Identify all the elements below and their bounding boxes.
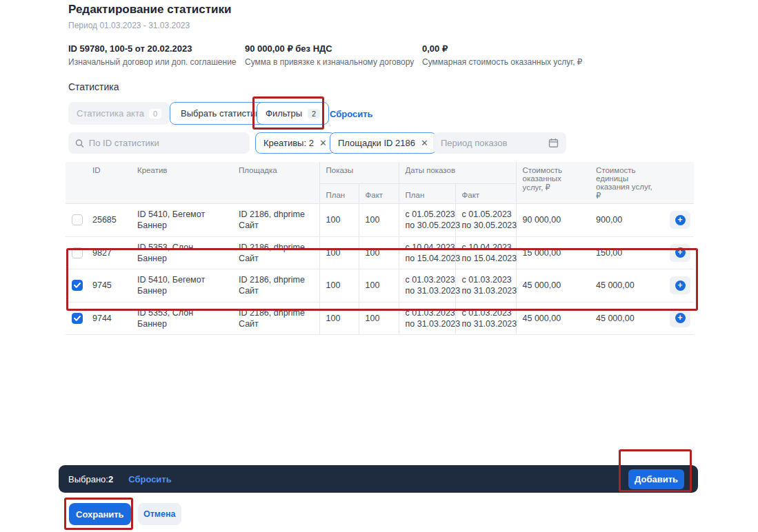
cell-creative: ID 5410, БегемотБаннер [131, 204, 232, 237]
act-statistics-label: Статистика акта [77, 108, 144, 119]
services-sum-value: 0,00 ₽ [422, 43, 582, 54]
cell-creative: ID 5353, СлонБаннер [131, 236, 232, 269]
page-title: Редактирование статистики [68, 3, 231, 17]
save-button[interactable]: Сохранить [69, 503, 131, 525]
filter-chip-creatives[interactable]: Креативы: 2 ✕ [255, 132, 335, 154]
page-period: Период 01.03.2023 - 31.03.2023 [68, 21, 190, 30]
cell-id: 25685 [86, 204, 131, 237]
cell-shows-plan: 100 [319, 236, 359, 269]
close-icon[interactable]: ✕ [319, 138, 327, 148]
header-shows-plan: План [319, 183, 359, 203]
contract-id-label: Изначальный договор или доп. соглашение [68, 57, 237, 67]
selected-label: Выбрано:2 [68, 474, 113, 484]
cell-dates-fact: с 01.03.2023по 31.03.2023 [455, 269, 516, 303]
reset-filters-link[interactable]: Сбросить [330, 109, 373, 119]
cell-platform: ID 2186, dhprimeСайт [232, 236, 319, 269]
close-icon[interactable]: ✕ [421, 138, 428, 148]
plus-icon: + [675, 247, 686, 258]
period-filter-placeholder: Период показов [441, 138, 507, 148]
row-add-button[interactable]: + [670, 309, 690, 327]
row-checkbox[interactable] [72, 214, 83, 225]
cell-id: 9744 [86, 302, 131, 335]
header-unit-cost: Стоимость единицы оказания услуг, ₽ [590, 162, 664, 204]
table-row: 25685 ID 5410, БегемотБаннер ID 2186, dh… [66, 204, 694, 237]
filters-button[interactable]: Фильтры 2 [257, 102, 329, 125]
statistics-table: ID Креатив Площадка Показы Даты показов … [66, 162, 694, 335]
cell-shows-plan: 100 [319, 269, 359, 303]
cell-shows-plan: 100 [319, 204, 359, 237]
page: Редактирование статистики Период 01.03.2… [0, 0, 758, 532]
plus-icon: + [675, 215, 686, 225]
cell-id: 9745 [86, 269, 131, 303]
add-button[interactable]: Добавить [628, 469, 684, 489]
section-title: Статистика [68, 81, 119, 92]
header-shows-fact: Факт [359, 183, 399, 203]
row-add-button[interactable]: + [670, 211, 690, 229]
selection-bar: Выбрано:2 Сбросить Добавить [59, 465, 698, 493]
row-checkbox[interactable] [72, 247, 83, 258]
cell-shows-fact: 100 [359, 269, 399, 303]
table-row: 9827 ID 5353, СлонБаннер ID 2186, dhprim… [66, 236, 694, 269]
cell-unit-cost: 900,00 [590, 204, 664, 237]
cell-creative: ID 5353, СлонБаннер [131, 302, 232, 335]
cell-cost: 45 000,00 [516, 269, 590, 303]
contract-info: ID 59780, 100-5 от 20.02.2023 Изначальны… [68, 43, 237, 67]
cell-creative: ID 5410, БегемотБаннер [131, 269, 232, 303]
cell-dates-plan: с 01.05.2023по 30.05.2023 [399, 204, 455, 237]
filter-chip-platforms[interactable]: Площадки ID 2186 ✕ [330, 132, 437, 154]
header-id: ID [86, 162, 131, 204]
contract-id-value: ID 59780, 100-5 от 20.02.2023 [68, 43, 237, 54]
cell-id: 9827 [86, 236, 131, 269]
cell-unit-cost: 150,00 [590, 236, 664, 269]
statistics-search[interactable] [68, 132, 250, 154]
cell-unit-cost: 45 000,00 [590, 302, 664, 335]
contract-sum-value: 90 000,00 ₽ без НДС [245, 43, 414, 54]
calendar-icon [548, 138, 559, 148]
period-filter-input[interactable]: Период показов [433, 132, 566, 154]
selection-reset-link[interactable]: Сбросить [128, 474, 172, 484]
row-add-button[interactable]: + [670, 276, 690, 294]
cell-dates-plan: с 01.03.2023по 31.03.2023 [399, 302, 455, 335]
act-statistics-count-badge: 0 [149, 109, 161, 119]
header-dates-fact: Факт [455, 183, 516, 203]
header-creative: Креатив [131, 162, 232, 204]
filters-count-badge: 2 [308, 109, 320, 119]
cell-dates-plan: с 10.04.2023по 15.04.2023 [399, 236, 455, 269]
cell-shows-fact: 100 [359, 204, 399, 237]
services-sum-label: Суммарная стоимость оказанных услуг, ₽ [422, 57, 582, 67]
select-statistics-label: Выбрать статистику [181, 108, 264, 119]
cell-platform: ID 2186, dhprimeСайт [232, 302, 319, 335]
row-checkbox[interactable] [72, 313, 83, 324]
row-checkbox[interactable] [72, 280, 83, 291]
cell-shows-plan: 100 [319, 302, 359, 335]
cell-cost: 90 000,00 [516, 204, 590, 237]
header-shows-group: Показы [319, 162, 399, 183]
header-cost: Стоимость оказанных услуг, ₽ [516, 162, 590, 204]
header-dates-group: Даты показов [399, 162, 516, 183]
filter-chip-platforms-label: Площадки ID 2186 [338, 138, 415, 148]
selected-count: 2 [108, 474, 113, 484]
cell-cost: 15 000,00 [516, 236, 590, 269]
filter-chip-creatives-label: Креативы: 2 [263, 138, 314, 148]
cell-dates-plan: с 01.03.2023по 31.03.2023 [399, 269, 455, 303]
cell-dates-fact: с 01.05.2023по 30.05.2023 [455, 204, 516, 237]
plus-icon: + [675, 313, 686, 323]
cell-dates-fact: с 10.04.2023по 15.04.2023 [455, 236, 516, 269]
contract-sum-info: 90 000,00 ₽ без НДС Сумма в привязке к и… [245, 43, 414, 67]
header-checkbox-col [66, 162, 86, 204]
cell-shows-fact: 100 [359, 236, 399, 269]
table-row: 9745 ID 5410, БегемотБаннер ID 2186, dhp… [66, 269, 694, 303]
search-input[interactable] [89, 138, 243, 148]
header-platform: Площадка [232, 162, 319, 204]
act-statistics-button[interactable]: Статистика акта 0 [68, 102, 170, 125]
cell-dates-fact: с 01.03.2023по 31.03.2023 [455, 302, 516, 335]
contract-sum-label: Сумма в привязке к изначальному договору [245, 57, 414, 67]
cancel-button[interactable]: Отмена [138, 503, 181, 525]
header-actions-col [664, 162, 694, 204]
cell-shows-fact: 100 [359, 302, 399, 335]
cell-platform: ID 2186, dhprimeСайт [232, 204, 319, 237]
cell-cost: 45 000,00 [516, 302, 590, 335]
cell-unit-cost: 45 000,00 [590, 269, 664, 303]
row-add-button[interactable]: + [670, 244, 690, 262]
plus-icon: + [675, 280, 686, 291]
